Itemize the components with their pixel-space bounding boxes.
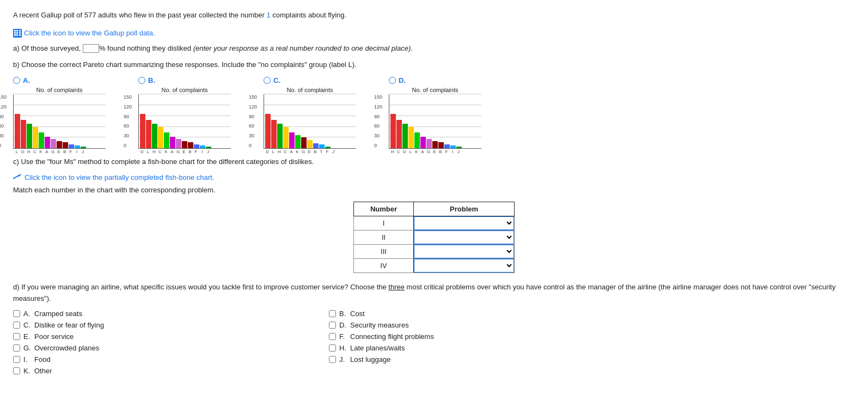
bar-2-2 xyxy=(277,124,283,148)
question-d: d) If you were managing an airline, what… xyxy=(13,282,855,305)
chart-title-3: No. of complaints xyxy=(389,87,481,93)
chart-area-3: 1501209060300 xyxy=(389,94,481,149)
checkbox-I[interactable] xyxy=(13,356,20,363)
checkbox-label-right-0: Cost xyxy=(350,310,365,318)
chart-wrapper-1: No. of complaints1501209060300DLHCKAGEBF… xyxy=(138,87,231,147)
checkbox-H[interactable] xyxy=(329,344,336,352)
match-select-0[interactable]: Cramped seatsCostDislike or fear of flyi… xyxy=(414,216,514,230)
bar-1-11 xyxy=(206,147,211,148)
match-select-3[interactable]: Cramped seatsCostDislike or fear of flyi… xyxy=(414,259,514,272)
intro-text: A recent Gallup poll of 577 adults who f… xyxy=(13,10,855,21)
x-label-1: F xyxy=(193,149,199,154)
checkbox-B[interactable] xyxy=(329,310,336,317)
match-select-2[interactable]: Cramped seatsCostDislike or fear of flyi… xyxy=(414,245,514,258)
checkbox-item-J: J.Lost luggage xyxy=(329,355,612,364)
bars-container-2 xyxy=(265,94,331,148)
bar-1-3 xyxy=(158,127,163,148)
chart-option-D[interactable]: D.No. of complaints1501209060300HCDLKAGE… xyxy=(389,76,481,147)
checkbox-item-G: G.Overcrowded planes xyxy=(13,344,296,352)
chart-option-B[interactable]: B.No. of complaints1501209060300DLHCKAGE… xyxy=(138,76,231,147)
fish-icon-link[interactable]: Click the icon to view the partially com… xyxy=(13,173,214,181)
x-label-2: J xyxy=(331,149,336,154)
x-label-0: J xyxy=(80,149,85,154)
x-label-3: F xyxy=(444,149,449,154)
x-labels-2: DLHCAKGEBTFJ xyxy=(265,149,356,154)
x-label-0: K xyxy=(38,149,44,154)
bar-0-5 xyxy=(45,137,50,148)
chart-option-A[interactable]: A.No. of complaints1501209060300LDHCKAGE… xyxy=(13,76,106,147)
checkbox-label-right-2: Connecting flight problems xyxy=(350,332,434,341)
chart-title-1: No. of complaints xyxy=(138,87,231,93)
match-table-row: IVCramped seatsCostDislike or fear of fl… xyxy=(353,258,514,272)
checkbox-D[interactable] xyxy=(329,322,336,329)
question-b: b) Choose the correct Pareto chart summa… xyxy=(13,59,855,71)
match-table-row: ICramped seatsCostDislike or fear of fly… xyxy=(353,216,514,230)
checkbox-A[interactable] xyxy=(13,310,20,317)
checkbox-item-C: C.Dislike or fear of flying xyxy=(13,321,296,329)
radio-label-3[interactable]: D. xyxy=(389,76,406,84)
chart-area-0: 1501209060300 xyxy=(13,94,106,149)
checkbox-J[interactable] xyxy=(329,356,336,363)
bar-0-8 xyxy=(63,142,68,148)
intro-highlight: 1 xyxy=(266,11,270,19)
chart-wrapper-3: No. of complaints1501209060300HCDLKAGEBF… xyxy=(389,87,481,147)
radio-text-0: A. xyxy=(23,76,30,84)
checkbox-label-5: Other xyxy=(34,367,52,375)
checkbox-label-2: Poor service xyxy=(34,332,74,341)
bar-2-3 xyxy=(283,127,289,148)
matching-section: Number Problem ICramped seatsCostDislike… xyxy=(13,202,855,273)
chart-option-C[interactable]: C.No. of complaints1501209060300DLHCAKGE… xyxy=(264,76,356,147)
checkbox-G[interactable] xyxy=(13,344,20,352)
match-select-1[interactable]: Cramped seatsCostDislike or fear of flyi… xyxy=(414,231,514,244)
intro-text-part1: A recent Gallup poll of 577 adults who f… xyxy=(13,11,266,19)
qd-text1: d) If you were managing an airline, what… xyxy=(13,283,388,291)
match-dropdown-cell-1[interactable]: Cramped seatsCostDislike or fear of flyi… xyxy=(414,230,515,244)
radio-circle-3 xyxy=(389,77,396,84)
qa-input[interactable] xyxy=(83,44,99,53)
match-dropdown-cell-2[interactable]: Cramped seatsCostDislike or fear of flyi… xyxy=(414,244,515,258)
checkbox-label-right-3: Late planes/waits xyxy=(350,344,405,352)
checkbox-letter-2: E. xyxy=(23,332,31,341)
y-labels-1: 1501209060300 xyxy=(124,94,132,148)
checkbox-E[interactable] xyxy=(13,333,20,340)
x-label-1: A xyxy=(169,149,175,154)
checkbox-F[interactable] xyxy=(329,333,336,340)
radio-label-0[interactable]: A. xyxy=(13,76,30,84)
x-label-2: C xyxy=(283,149,288,154)
fish-link-label: Click the icon to view the partially com… xyxy=(25,173,214,181)
gallup-icon-link[interactable]: Click the icon to view the Gallup poll d… xyxy=(13,29,155,38)
radio-text-2: C. xyxy=(273,76,280,84)
bar-0-1 xyxy=(21,120,26,148)
bar-2-10 xyxy=(325,147,331,148)
checkbox-item-B: B.Cost xyxy=(329,310,612,318)
chart-title-0: No. of complaints xyxy=(13,87,106,93)
match-dropdown-cell-0[interactable]: Cramped seatsCostDislike or fear of flyi… xyxy=(414,216,515,230)
bars-container-3 xyxy=(390,94,462,148)
y-labels-0: 1501209060300 xyxy=(0,94,7,148)
bar-3-1 xyxy=(396,120,402,148)
checkbox-label-right-4: Lost luggage xyxy=(350,355,390,364)
qa-italic: (enter your response as a real number ro… xyxy=(193,44,413,52)
bar-3-6 xyxy=(426,139,432,148)
x-labels-3: HCDLKAGEBFIJ xyxy=(390,149,481,154)
radio-label-2[interactable]: C. xyxy=(264,76,280,84)
bar-0-10 xyxy=(75,146,80,148)
x-label-3: A xyxy=(420,149,425,154)
x-label-0: F xyxy=(68,149,74,154)
x-label-1: I xyxy=(199,149,205,154)
radio-label-1[interactable]: B. xyxy=(138,76,155,84)
bar-3-11 xyxy=(456,147,462,148)
match-num-3: IV xyxy=(353,258,413,272)
radio-circle-1 xyxy=(138,77,145,84)
x-label-2: H xyxy=(277,149,282,154)
checkbox-K[interactable] xyxy=(13,367,20,374)
x-label-3: B xyxy=(438,149,443,154)
checkbox-C[interactable] xyxy=(13,322,20,329)
bar-1-4 xyxy=(164,132,169,148)
x-label-2: G xyxy=(301,149,306,154)
radio-text-1: B. xyxy=(148,76,155,84)
match-dropdown-cell-3[interactable]: Cramped seatsCostDislike or fear of flyi… xyxy=(414,258,515,272)
bar-1-5 xyxy=(170,137,175,148)
checkbox-label-3: Overcrowded planes xyxy=(34,344,99,352)
checkbox-letter-right-4: J. xyxy=(339,355,347,364)
